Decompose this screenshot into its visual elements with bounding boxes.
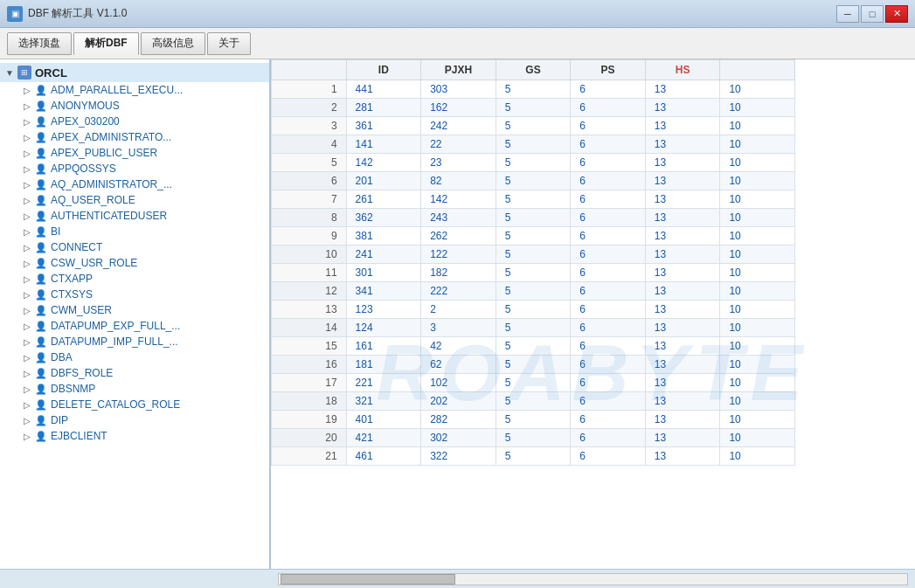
minimize-button[interactable]: ─ — [836, 5, 859, 23]
tree-item[interactable]: ▷👤DIP — [0, 412, 269, 428]
cell-hs: 13 — [645, 190, 720, 209]
tree-item[interactable]: ▷👤BI — [0, 224, 269, 239]
cell-ps: 6 — [571, 447, 646, 466]
cell-id: 241 — [346, 246, 421, 264]
restore-button[interactable]: □ — [861, 5, 884, 23]
table-row: 10241122561310 — [272, 246, 795, 264]
expand-arrow-icon: ▷ — [21, 383, 33, 395]
tree-item[interactable]: ▷👤DATAPUMP_EXP_FULL_... — [0, 318, 269, 334]
cell-extra: 10 — [720, 172, 795, 190]
table-row: 1618162561310 — [272, 356, 795, 374]
table-row: 131232561310 — [272, 301, 795, 319]
user-icon: 👤 — [35, 273, 47, 285]
tree-item[interactable]: ▷👤CTXAPP — [0, 271, 269, 287]
cell-hs: 13 — [645, 356, 720, 374]
cell-ps: 6 — [571, 392, 646, 411]
row-number: 17 — [272, 374, 347, 392]
cell-pjxh: 322 — [421, 447, 496, 466]
cell-extra: 10 — [720, 117, 795, 135]
cell-ps: 6 — [571, 172, 646, 190]
tree-item-label: BI — [51, 225, 60, 238]
menu-tab-高级信息[interactable]: 高级信息 — [141, 32, 205, 55]
cell-hs: 13 — [645, 374, 720, 392]
table-row: 17221102561310 — [272, 374, 795, 392]
tree-item-label: DBSNMP — [51, 383, 95, 395]
cell-hs: 13 — [645, 429, 720, 447]
tree-item[interactable]: ▷👤DATAPUMP_IMP_FULL_... — [0, 334, 269, 349]
table-container[interactable]: IDPJXHGSPSHS 144130356131022811625613103… — [271, 59, 915, 569]
cell-gs: 5 — [496, 447, 571, 466]
cell-id: 441 — [346, 80, 421, 99]
tree-item[interactable]: ▷👤DBA — [0, 349, 269, 365]
tree-item[interactable]: ▷👤APPQOSSYS — [0, 161, 269, 176]
tree-item[interactable]: ▷👤APEX_ADMINISTRATO... — [0, 129, 269, 145]
user-icon: 👤 — [35, 351, 47, 363]
user-icon: 👤 — [35, 430, 47, 442]
user-icon: 👤 — [35, 414, 47, 426]
user-icon: 👤 — [35, 163, 47, 175]
cell-ps: 6 — [571, 319, 646, 337]
tree-item[interactable]: ▷👤CSW_USR_ROLE — [0, 255, 269, 271]
menu-tab-选择顶盘[interactable]: 选择顶盘 — [7, 32, 72, 55]
tree-item[interactable]: ▷👤CTXSYS — [0, 287, 269, 302]
data-table: IDPJXHGSPSHS 144130356131022811625613103… — [271, 59, 795, 466]
cell-gs: 5 — [496, 154, 571, 172]
tree-item[interactable]: ▷👤AUTHENTICATEDUSER — [0, 208, 269, 224]
tree-item-label: CSW_USR_ROLE — [51, 257, 137, 269]
tree-item[interactable]: ▷👤CONNECT — [0, 239, 269, 255]
tree-item[interactable]: ▷👤EJBCLIENT — [0, 428, 269, 444]
tree-item[interactable]: ▷👤CWM_USER — [0, 302, 269, 318]
tree-item[interactable]: ▷👤APEX_030200 — [0, 114, 269, 129]
expand-arrow-icon: ▷ — [21, 351, 33, 363]
cell-gs: 5 — [496, 99, 571, 117]
tree-root-item[interactable]: ▼ ⊞ ORCL — [0, 63, 269, 82]
cell-pjxh: 162 — [421, 99, 496, 117]
cell-pjxh: 22 — [421, 135, 496, 154]
cell-hs: 13 — [645, 227, 720, 246]
cell-hs: 13 — [645, 172, 720, 190]
cell-id: 261 — [346, 190, 421, 209]
cell-extra: 10 — [720, 264, 795, 282]
cell-extra: 10 — [720, 319, 795, 337]
cell-ps: 6 — [571, 356, 646, 374]
expand-arrow-icon: ▷ — [21, 241, 33, 253]
tree-item-label: DBA — [51, 351, 73, 363]
tree-item-label: CWM_USER — [51, 304, 112, 316]
cell-ps: 6 — [571, 190, 646, 209]
tree-scroll[interactable]: ▼ ⊞ ORCL ▷👤ADM_PARALLEL_EXECU...▷👤ANONYM… — [0, 59, 269, 569]
cell-pjxh: 82 — [421, 172, 496, 190]
table-row: 514223561310 — [272, 154, 795, 172]
cell-pjxh: 102 — [421, 374, 496, 392]
tree-item[interactable]: ▷👤ANONYMOUS — [0, 98, 269, 114]
tree-item[interactable]: ▷👤DBFS_ROLE — [0, 365, 269, 381]
cell-pjxh: 42 — [421, 337, 496, 356]
tree-item-label: CTXAPP — [51, 273, 93, 285]
row-number: 2 — [272, 99, 347, 117]
row-number: 20 — [272, 429, 347, 447]
cell-id: 361 — [346, 117, 421, 135]
cell-extra: 10 — [720, 246, 795, 264]
row-number: 4 — [272, 135, 347, 154]
cell-gs: 5 — [496, 374, 571, 392]
row-number: 9 — [272, 227, 347, 246]
cell-pjxh: 303 — [421, 80, 496, 99]
user-icon: 👤 — [35, 320, 47, 332]
scroll-thumb-h[interactable] — [281, 574, 455, 585]
close-button[interactable]: ✕ — [885, 5, 908, 23]
cell-gs: 5 — [496, 246, 571, 264]
tree-item[interactable]: ▷👤DELETE_CATALOG_ROLE — [0, 397, 269, 412]
user-icon: 👤 — [35, 178, 47, 190]
menu-tab-关于[interactable]: 关于 — [207, 32, 251, 55]
tree-item[interactable]: ▷👤AQ_ADMINISTRATOR_... — [0, 176, 269, 192]
horizontal-scrollbar[interactable] — [278, 573, 908, 585]
cell-gs: 5 — [496, 172, 571, 190]
menu-tab-解析DBF[interactable]: 解析DBF — [73, 32, 139, 55]
tree-item[interactable]: ▷👤DBSNMP — [0, 381, 269, 397]
row-number: 21 — [272, 447, 347, 466]
cell-extra: 10 — [720, 337, 795, 356]
tree-item[interactable]: ▷👤ADM_PARALLEL_EXECU... — [0, 82, 269, 98]
cell-hs: 13 — [645, 301, 720, 319]
tree-item[interactable]: ▷👤APEX_PUBLIC_USER — [0, 145, 269, 161]
tree-item[interactable]: ▷👤AQ_USER_ROLE — [0, 192, 269, 208]
tree-item-label: DIP — [51, 414, 68, 426]
